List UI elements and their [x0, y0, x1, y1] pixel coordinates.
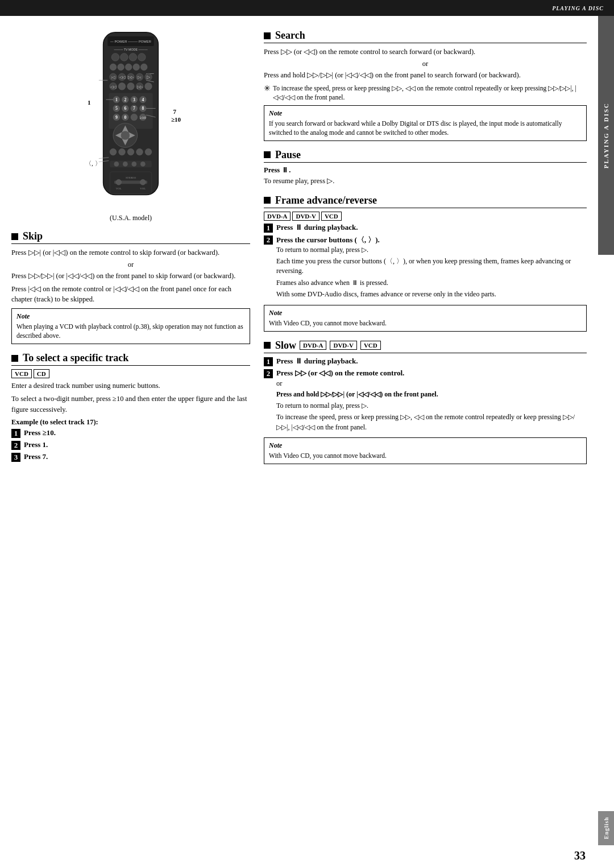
- search-note-title: Note: [269, 109, 582, 118]
- badge-dvda: DVD-A: [264, 212, 291, 221]
- frame-advance-section-header: Frame advance/reverse: [264, 195, 587, 208]
- slow-note: Note With Video CD, you cannot move back…: [264, 437, 587, 464]
- svg-text:VOL: VOL: [140, 187, 146, 190]
- svg-point-70: [145, 148, 152, 155]
- svg-text:≥10: ≥10: [140, 115, 146, 119]
- skip-body1: Press ▷▷| (or |◁◁) on the remote control…: [11, 247, 250, 258]
- svg-point-10: [125, 64, 132, 71]
- svg-point-81: [116, 180, 122, 185]
- badge-cd: CD: [34, 369, 49, 378]
- frame-note-text: With Video CD, you cannot move backward.: [269, 319, 582, 328]
- svg-point-74: [114, 162, 119, 167]
- frame-step-2-text: Press the cursor buttons (〈, 〉).: [276, 235, 587, 245]
- svg-point-66: [110, 148, 117, 155]
- frame-advance-title: Frame advance/reverse: [275, 195, 377, 206]
- slow-note-text: With Video CD, you cannot move backward.: [269, 451, 582, 460]
- label-7: 7: [173, 108, 177, 115]
- svg-text:7: 7: [133, 106, 135, 111]
- search-note: Note If you search forward or backward w…: [264, 105, 587, 141]
- slow-sub-1: To return to normal play, press ▷.: [276, 401, 587, 411]
- frame-sub-3: Frames also advance when ⏸ is pressed.: [276, 278, 587, 288]
- slow-step-1: 1 Press ⏸ during playback.: [264, 357, 587, 366]
- skip-note-title: Note: [16, 312, 245, 321]
- frame-sub-4: With some DVD-Audio discs, frames advanc…: [276, 290, 587, 299]
- pause-body2: To resume play, press ▷.: [264, 176, 587, 187]
- frame-step-2-content: Press the cursor buttons (〈, 〉). To retu…: [276, 235, 587, 301]
- slow-header-icon: [264, 342, 271, 349]
- slow-title: Slow: [275, 340, 296, 352]
- svg-text:8: 8: [142, 106, 144, 111]
- slow-step-1-num: 1: [264, 357, 273, 366]
- svg-text:▷: ▷: [147, 75, 151, 80]
- label-1: 1: [88, 99, 91, 106]
- slow-badge-vcd: VCD: [360, 341, 381, 350]
- svg-text:— POWER ——— POWER: — POWER ——— POWER: [110, 40, 151, 43]
- pause-title: Pause: [275, 149, 301, 161]
- top-bar: PLAYING A DISC: [0, 0, 614, 16]
- svg-point-28: [118, 82, 126, 90]
- frame-step-1-text: Press ⏸ during playback.: [276, 223, 587, 232]
- step-3-num: 3: [11, 453, 20, 462]
- search-or1: or: [264, 60, 587, 68]
- skip-body3: Press |◁◁ on the remote control or |◁◁/◁…: [11, 284, 250, 305]
- svg-point-69: [136, 148, 143, 155]
- select-track-header-icon: [11, 355, 18, 362]
- select-track-title: To select a specific track: [23, 352, 128, 364]
- search-tip-text: To increase the speed, press or keep pre…: [273, 84, 587, 102]
- slow-badge-dvda: DVD-A: [300, 341, 326, 350]
- svg-text:6: 6: [124, 106, 126, 111]
- label-arrows: 〈, 〉: [85, 159, 101, 168]
- step-1-num: 1: [11, 429, 20, 438]
- svg-text:4: 4: [142, 97, 144, 102]
- main-content: — POWER ——— POWER ——— TV MODE ———: [0, 16, 614, 868]
- slow-title-row: Slow DVD-A DVD-V VCD: [275, 340, 381, 352]
- skip-body2: Press ▷▷/▷▷| (or |◁◁/◁◁) on the front pa…: [11, 271, 250, 282]
- svg-text:3: 3: [133, 97, 135, 102]
- svg-point-32: [145, 82, 152, 90]
- slow-step-1-text: Press ⏸ during playback.: [276, 357, 587, 366]
- svg-text:▷▷: ▷▷: [128, 75, 134, 79]
- svg-text:▷|: ▷|: [138, 75, 141, 79]
- svg-point-5: [121, 53, 128, 61]
- svg-point-29: [127, 82, 135, 90]
- select-track-section-header: To select a specific track: [11, 352, 250, 366]
- left-column: — POWER ——— POWER ——— TV MODE ———: [11, 27, 250, 857]
- step-3: 3 Press 7.: [11, 452, 250, 462]
- search-note-text: If you search forward or backward while …: [269, 119, 582, 137]
- svg-text:|◁: |◁: [111, 75, 115, 79]
- right-side-tab: PLAYING A DISC: [598, 16, 614, 255]
- frame-note-title: Note: [269, 309, 582, 317]
- svg-point-12: [140, 64, 147, 71]
- search-section-header: Search: [264, 30, 587, 43]
- frame-step-2: 2 Press the cursor buttons (〈, 〉). To re…: [264, 235, 587, 301]
- svg-point-75: [123, 162, 128, 167]
- svg-point-7: [138, 53, 146, 61]
- svg-text:VOL: VOL: [116, 187, 122, 190]
- badge-vcd: VCD: [11, 369, 32, 378]
- step-1: 1 Press ≥10.: [11, 428, 250, 438]
- remote-wrapper: — POWER ——— POWER ——— TV MODE ———: [74, 30, 188, 212]
- svg-point-68: [127, 148, 134, 155]
- step-1-text: Press ≥10.: [24, 428, 250, 437]
- slow-step-2-num: 2: [264, 369, 273, 378]
- remote-caption: (U.S.A. model): [110, 214, 152, 222]
- search-header-icon: [264, 32, 271, 39]
- select-track-body1: Enter a desired track number using numer…: [11, 381, 250, 391]
- slow-note-title: Note: [269, 441, 582, 450]
- svg-point-9: [118, 64, 125, 71]
- badge-vcd2: VCD: [321, 212, 342, 221]
- svg-text:◁◁: ◁◁: [110, 85, 117, 89]
- remote-control-diagram: — POWER ——— POWER ——— TV MODE ———: [11, 30, 250, 222]
- svg-text:STEREO: STEREO: [126, 176, 136, 179]
- slow-badge-dvdv: DVD-V: [330, 341, 356, 350]
- svg-point-4: [111, 53, 119, 61]
- search-tip: ✳ To increase the speed, press or keep p…: [264, 84, 587, 102]
- search-title: Search: [275, 30, 305, 42]
- right-tab-label: PLAYING A DISC: [603, 102, 609, 168]
- page-number: 33: [574, 849, 586, 862]
- skip-header-icon: [11, 233, 18, 240]
- search-tip-line: ✳ To increase the speed, press or keep p…: [264, 84, 587, 102]
- pause-section-header: Pause: [264, 149, 587, 163]
- slow-sub-2: To increase the speed, press or keep pre…: [276, 412, 587, 432]
- step-2-num: 2: [11, 441, 20, 450]
